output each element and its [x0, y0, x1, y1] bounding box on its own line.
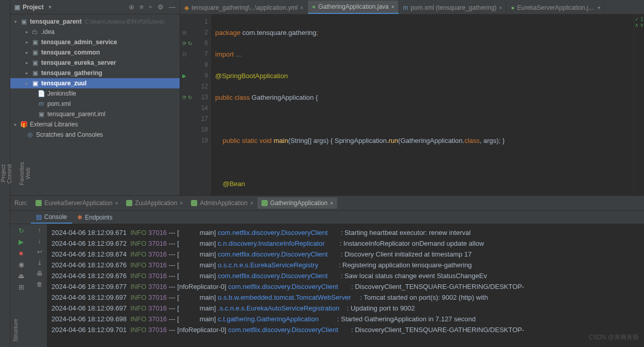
tree-root[interactable]: ▾▣tensquare_parentC:\learn\Jenkins资料\代码\… [10, 16, 180, 27]
spring-icon[interactable]: ⟳ ↻ [182, 38, 192, 49]
rail-web[interactable]: Web [25, 162, 31, 184]
close-icon[interactable]: × [300, 5, 303, 11]
print-icon[interactable]: 🖶 [37, 270, 43, 277]
editor: ◆tensquare_gathering\...\application.yml… [180, 0, 644, 195]
project-icon: ▣ [14, 4, 20, 11]
tab-gathering-app[interactable]: ●GatheringApplication.java× [308, 1, 399, 14]
run-tab-gathering[interactable]: GatheringApplication× [257, 197, 337, 209]
close-icon[interactable]: × [250, 200, 253, 206]
rail-project[interactable]: Project [0, 159, 6, 187]
project-title: Project [23, 4, 44, 11]
hide-icon[interactable]: — [169, 3, 176, 11]
spring-icon [126, 200, 132, 206]
module-icon: ▣ [31, 59, 39, 66]
layout-icon[interactable]: ⊞ [19, 283, 24, 291]
module-icon: ▣ [31, 69, 39, 77]
console-tab[interactable]: ▤Console [31, 211, 72, 224]
close-icon[interactable]: × [180, 200, 183, 206]
tree-admin[interactable]: ▸▣tensquare_admin_service [10, 37, 180, 47]
run-icon[interactable]: ▶ [19, 238, 24, 246]
run-label: Run: [14, 199, 27, 207]
close-icon[interactable]: × [499, 5, 502, 11]
gutter[interactable]: 1 ⊞2 ⟳ ↻6 ⊟7 8 ▶9 12 ⟳ ↻13 14 17 18 19 [180, 14, 211, 195]
up-icon[interactable]: ↑ [38, 227, 41, 234]
maven-icon: m [403, 4, 408, 11]
trash-icon[interactable]: 🗑 [37, 281, 43, 288]
endpoints-icon: ✱ [77, 214, 82, 221]
module-icon: ▣ [31, 80, 39, 87]
code-area[interactable]: package com.tensquare.gathering; import … [211, 14, 634, 195]
wrap-icon[interactable]: ↩ [37, 248, 42, 255]
java-icon: ● [511, 4, 514, 11]
tree-eureka[interactable]: ▸▣tensquare_eureka_server [10, 58, 180, 68]
run-toolbar-right: ↑ ↓ ↩ ⤓ 🖶 🗑 [32, 224, 47, 347]
stop-icon[interactable]: ■ [19, 249, 23, 257]
spring-icon [262, 200, 268, 206]
camera-icon[interactable]: ◉ [19, 261, 24, 268]
scratch-icon: ◎ [26, 131, 34, 138]
scroll-icon[interactable]: ⤓ [37, 259, 42, 266]
project-tool-window: ▣ Project ▼ ⊕ ≡ ÷ ⚙ — ▾▣tensquare_parent… [10, 0, 180, 195]
editor-status-strip[interactable]: ✓ 1 ∧ ∨ [634, 14, 644, 195]
expand-icon[interactable]: ≡ [140, 3, 144, 11]
project-tree[interactable]: ▾▣tensquare_parentC:\learn\Jenkins资料\代码\… [10, 14, 180, 142]
module-icon: ▣ [31, 49, 39, 56]
project-header: ▣ Project ▼ ⊕ ≡ ÷ ⚙ — [10, 0, 180, 14]
yml-icon: ◆ [184, 4, 189, 11]
rail-commit[interactable]: Commit [6, 159, 12, 189]
chevron-down-icon[interactable]: ▼ [48, 5, 53, 10]
tree-idea[interactable]: ▸🗀.idea [10, 27, 180, 37]
tab-application-yml[interactable]: ◆tensquare_gathering\...\application.yml… [180, 2, 308, 14]
library-icon: 🎁 [20, 121, 28, 128]
tab-eureka-app[interactable]: ●EurekaServerApplication.j...▾ [507, 2, 604, 14]
tab-pom[interactable]: mpom.xml (tensquare_gathering)× [399, 2, 507, 14]
tree-gathering[interactable]: ▸▣tensquare_gathering [10, 68, 180, 78]
folder-icon: 🗀 [31, 28, 39, 35]
close-icon[interactable]: × [330, 200, 333, 206]
fold-icon[interactable]: ⊞ [182, 27, 186, 38]
gear-icon[interactable]: ⚙ [158, 3, 164, 11]
tree-jenkinsfile[interactable]: 📄Jenkinsfile [10, 88, 180, 99]
run-gutter-icon[interactable]: ▶ [182, 70, 186, 81]
java-icon: ● [312, 3, 316, 10]
tree-scratches[interactable]: ◎Scratches and Consoles [10, 130, 180, 140]
tree-extlib[interactable]: ▸🎁External Libraries [10, 119, 180, 130]
endpoints-tab[interactable]: ✱Endpoints [72, 212, 117, 223]
rail-structure[interactable]: Structure [12, 314, 19, 347]
close-icon[interactable]: × [391, 4, 394, 10]
maven-icon: m [37, 100, 45, 107]
module-icon: ▣ [20, 18, 28, 25]
chevron-down-icon[interactable]: ▾ [598, 5, 600, 10]
bean-icon[interactable]: ⟳ ↻ [182, 92, 192, 103]
console-subtabs: ▤Console ✱Endpoints [10, 211, 644, 224]
console-icon: ▤ [36, 213, 42, 221]
run-tab-zuul[interactable]: ZuulApplication× [122, 197, 187, 209]
down-icon[interactable]: ↓ [38, 238, 41, 245]
rerun-icon[interactable]: ↻ [19, 227, 24, 234]
exit-icon[interactable]: ⏏ [18, 272, 24, 280]
close-icon[interactable]: × [115, 200, 118, 206]
run-tab-admin[interactable]: AdminApplication× [187, 197, 257, 209]
tree-common[interactable]: ▸▣tensquare_common [10, 47, 180, 58]
tree-zuul[interactable]: ▸▣tensquare_zuul [10, 78, 180, 88]
run-tool-tabs: Run: EurekaServerApplication× ZuulApplic… [10, 195, 644, 211]
spring-icon [36, 200, 42, 206]
editor-tabs: ◆tensquare_gathering\...\application.yml… [180, 0, 644, 14]
rail-favorites[interactable]: Favorites [19, 157, 25, 190]
run-tab-eureka[interactable]: EurekaServerApplication× [31, 197, 122, 209]
spring-icon [191, 200, 197, 206]
tree-pom[interactable]: mpom.xml [10, 99, 180, 109]
collapse-icon[interactable]: ÷ [149, 3, 152, 11]
module-icon: ▣ [31, 39, 39, 46]
locate-icon[interactable]: ⊕ [129, 3, 134, 11]
watermark: CSDN @青啊青斯 [588, 333, 639, 342]
console-output[interactable]: 2024-04-06 18:12:09.671 INFO 37016 --- [… [47, 224, 644, 347]
fold-icon[interactable]: ⊟ [182, 49, 186, 60]
iml-icon: ▣ [37, 111, 45, 118]
file-icon: 📄 [37, 90, 45, 97]
left-rail: Project Commit Structure Favorites Web [0, 0, 10, 347]
tree-iml[interactable]: ▣tensquare_parent.iml [10, 109, 180, 119]
